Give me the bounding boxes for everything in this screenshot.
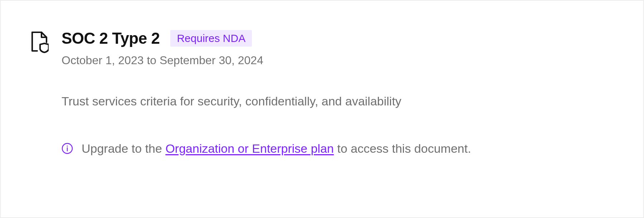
- date-range: October 1, 2023 to September 30, 2024: [62, 54, 471, 67]
- document-description: Trust services criteria for security, co…: [62, 93, 471, 110]
- info-icon: [62, 143, 73, 154]
- document-title: SOC 2 Type 2: [62, 29, 160, 47]
- content-column: SOC 2 Type 2 Requires NDA October 1, 202…: [62, 29, 471, 156]
- notice-prefix: Upgrade to the: [82, 142, 165, 155]
- notice-suffix: to access this document.: [334, 142, 471, 155]
- card-header: SOC 2 Type 2 Requires NDA October 1, 202…: [29, 29, 615, 156]
- svg-point-1: [67, 146, 68, 147]
- title-row: SOC 2 Type 2 Requires NDA: [62, 29, 471, 47]
- notice-text: Upgrade to the Organization or Enterpris…: [82, 142, 471, 156]
- upgrade-plan-link[interactable]: Organization or Enterprise plan: [165, 142, 334, 155]
- document-shield-icon: [29, 29, 49, 54]
- upgrade-notice: Upgrade to the Organization or Enterpris…: [62, 142, 471, 156]
- document-card: SOC 2 Type 2 Requires NDA October 1, 202…: [0, 0, 644, 218]
- nda-badge: Requires NDA: [170, 30, 252, 47]
